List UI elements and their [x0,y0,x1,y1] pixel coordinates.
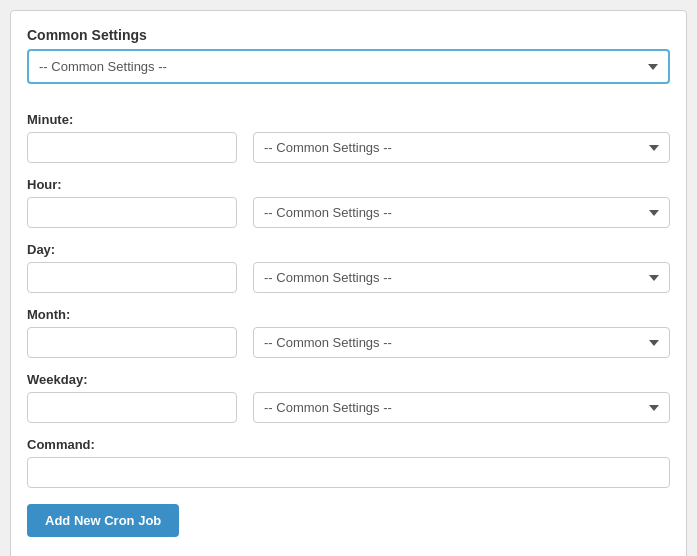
hour-row: Hour: -- Common Settings -- [27,177,670,228]
top-label: Common Settings [27,27,670,43]
month-select[interactable]: -- Common Settings -- [253,327,670,358]
hour-label: Hour: [27,177,670,192]
top-select[interactable]: -- Common Settings -- [27,49,670,84]
minute-label: Minute: [27,112,670,127]
top-section: Common Settings -- Common Settings -- [27,27,670,98]
weekday-select[interactable]: -- Common Settings -- [253,392,670,423]
command-input[interactable] [27,457,670,488]
weekday-label: Weekday: [27,372,670,387]
weekday-text-input[interactable] [27,392,237,423]
command-label: Command: [27,437,670,452]
day-text-input[interactable] [27,262,237,293]
command-row: Command: [27,437,670,488]
day-select[interactable]: -- Common Settings -- [253,262,670,293]
weekday-inputs: -- Common Settings -- [27,392,670,423]
month-inputs: -- Common Settings -- [27,327,670,358]
main-container: Common Settings -- Common Settings -- Mi… [10,10,687,556]
day-row: Day: -- Common Settings -- [27,242,670,293]
minute-row: Minute: -- Common Settings -- [27,112,670,163]
minute-text-input[interactable] [27,132,237,163]
hour-text-input[interactable] [27,197,237,228]
month-row: Month: -- Common Settings -- [27,307,670,358]
hour-inputs: -- Common Settings -- [27,197,670,228]
day-inputs: -- Common Settings -- [27,262,670,293]
add-cron-job-button[interactable]: Add New Cron Job [27,504,179,537]
day-label: Day: [27,242,670,257]
month-label: Month: [27,307,670,322]
weekday-row: Weekday: -- Common Settings -- [27,372,670,423]
minute-select[interactable]: -- Common Settings -- [253,132,670,163]
hour-select[interactable]: -- Common Settings -- [253,197,670,228]
month-text-input[interactable] [27,327,237,358]
minute-inputs: -- Common Settings -- [27,132,670,163]
